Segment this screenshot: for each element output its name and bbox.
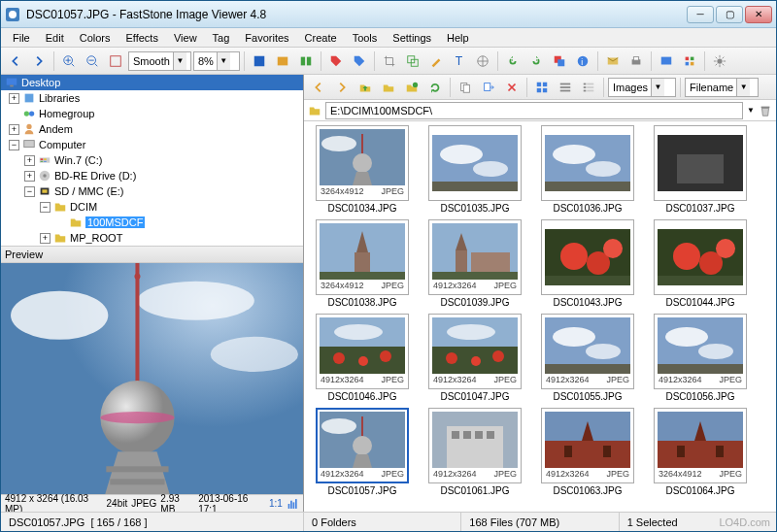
browse-back-button[interactable]	[308, 77, 329, 98]
thumbnail-item[interactable]: 4912x3264JPEGDSC01057.JPG	[314, 408, 411, 496]
compare-button[interactable]	[295, 50, 317, 72]
delete-button[interactable]	[501, 77, 523, 98]
histogram-icon[interactable]	[287, 497, 299, 511]
thumbnail-item[interactable]: 4912x3264JPEGDSC01055.JPG	[539, 314, 636, 402]
settings-button[interactable]	[709, 50, 730, 72]
address-dropdown[interactable]: ▼	[747, 106, 755, 115]
move-button[interactable]	[478, 77, 499, 98]
folder-open-button[interactable]	[378, 77, 399, 98]
thumbnail-item[interactable]: 4912x3264JPEGDSC01039.JPG	[426, 219, 524, 308]
tagged-button[interactable]	[349, 50, 370, 72]
fullscreen-button[interactable]	[249, 50, 270, 72]
menu-colors[interactable]: Colors	[72, 30, 118, 46]
expand-icon[interactable]: +	[9, 124, 19, 135]
address-input[interactable]: E:\DCIM\100MSDCF\	[325, 102, 743, 119]
expand-icon[interactable]: +	[24, 155, 35, 166]
rotate-right-button[interactable]	[525, 50, 547, 72]
crop-button[interactable]	[379, 50, 400, 72]
tree-user[interactable]: +Andem	[1, 121, 303, 137]
tree-dcim[interactable]: −DCIM	[1, 199, 303, 215]
menu-effects[interactable]: Effects	[118, 30, 166, 46]
new-folder-button[interactable]	[401, 77, 422, 98]
tree-mproot[interactable]: +MP_ROOT	[1, 230, 303, 246]
view-details-button[interactable]	[578, 77, 599, 98]
thumbnail-item[interactable]: DSC01036.JPG	[539, 125, 636, 214]
tree-drive-d[interactable]: +BD-RE Drive (D:)	[1, 168, 303, 183]
tree-libraries[interactable]: +Libraries	[1, 90, 303, 106]
thumbnail-item[interactable]: 3264x4912JPEGDSC01034.JPG	[314, 125, 411, 214]
expand-icon[interactable]: +	[40, 233, 51, 244]
tree-homegroup[interactable]: Homegroup	[1, 106, 303, 121]
thumbnail-item[interactable]: 4912x3264JPEGDSC01061.JPG	[426, 408, 524, 496]
draw-button[interactable]	[425, 50, 447, 72]
copy-button[interactable]	[455, 77, 476, 98]
text-button[interactable]: T	[449, 50, 470, 72]
browse-forward-button[interactable]	[331, 77, 353, 98]
thumbnail-item[interactable]: 3264x4912JPEGDSC01038.JPG	[314, 219, 411, 308]
menu-view[interactable]: View	[166, 30, 205, 46]
expand-icon[interactable]: +	[9, 93, 19, 104]
minimize-button[interactable]: ─	[687, 6, 714, 23]
zoom-out-button[interactable]	[82, 50, 103, 72]
svg-rect-83	[432, 182, 518, 191]
menu-tag[interactable]: Tag	[205, 30, 238, 46]
adjust-button[interactable]	[472, 50, 493, 72]
thumbnail-item[interactable]: DSC01044.JPG	[652, 219, 749, 308]
thumbnail-item[interactable]: DSC01043.JPG	[539, 219, 636, 308]
wallpaper-button[interactable]	[656, 50, 677, 72]
zoom-value-combo[interactable]: 8%▼	[193, 51, 240, 71]
zoom-mode-combo[interactable]: Smooth▼	[128, 51, 191, 71]
folder-tree[interactable]: Desktop +Libraries Homegroup +Andem −Com…	[1, 75, 303, 246]
thumbnail-item[interactable]: 3264x4912JPEGDSC01064.JPG	[652, 408, 749, 496]
maximize-button[interactable]: ▢	[716, 6, 743, 23]
clone-button[interactable]	[549, 50, 570, 72]
tree-computer[interactable]: −Computer	[1, 137, 303, 152]
trash-icon[interactable]	[759, 104, 772, 117]
tree-drive-e[interactable]: −SD / MMC (E:)	[1, 183, 303, 199]
thumbnail-item[interactable]: 4912x3264JPEGDSC01063.JPG	[539, 408, 636, 496]
thumbnail-item[interactable]: 4912x3264JPEGDSC01047.JPG	[426, 314, 524, 402]
menu-settings[interactable]: Settings	[385, 30, 439, 46]
thumbnail-item[interactable]: DSC01037.JPG	[652, 125, 749, 214]
zoom-fit-button[interactable]	[105, 50, 126, 72]
sort-combo[interactable]: Filename▼	[685, 78, 759, 97]
tag-button[interactable]	[325, 50, 347, 72]
tree-100msdcf[interactable]: 100MSDCF	[1, 215, 303, 230]
menu-edit[interactable]: Edit	[38, 30, 72, 46]
preview-pane[interactable]	[1, 263, 303, 494]
collapse-icon[interactable]: −	[24, 186, 35, 197]
refresh-button[interactable]	[424, 77, 446, 98]
view-thumbs-button[interactable]	[531, 77, 553, 98]
menu-create[interactable]: Create	[297, 30, 345, 46]
tree-desktop[interactable]: Desktop	[1, 75, 303, 90]
thumbnail-item[interactable]: 4912x3264JPEGDSC01056.JPG	[652, 314, 749, 402]
close-button[interactable]: ✕	[745, 6, 772, 23]
print-button[interactable]	[625, 50, 647, 72]
menu-favorites[interactable]: Favorites	[237, 30, 296, 46]
menu-file[interactable]: File	[5, 30, 38, 46]
batch-button[interactable]	[679, 50, 700, 72]
expand-icon[interactable]: +	[24, 171, 35, 182]
menu-help[interactable]: Help	[439, 30, 477, 46]
thumbnail-grid[interactable]: 3264x4912JPEGDSC01034.JPGDSC01035.JPGDSC…	[304, 121, 776, 512]
thumbnail-frame: 4912x3264JPEG	[428, 408, 522, 483]
svg-point-85	[553, 145, 595, 164]
resize-button[interactable]	[402, 50, 423, 72]
tree-drive-c[interactable]: +Win.7 (C:)	[1, 152, 303, 168]
filter-combo[interactable]: Images▼	[608, 78, 676, 97]
thumbnail-item[interactable]: DSC01035.JPG	[426, 125, 524, 214]
rotate-left-button[interactable]	[502, 50, 524, 72]
view-list-button[interactable]	[555, 77, 576, 98]
info-ratio[interactable]: 1:1	[269, 498, 283, 509]
info-button[interactable]: i	[572, 50, 593, 72]
zoom-in-button[interactable]	[58, 50, 80, 72]
slideshow-button[interactable]	[272, 50, 293, 72]
folder-up-button[interactable]	[355, 77, 376, 98]
email-button[interactable]	[602, 50, 624, 72]
collapse-icon[interactable]: −	[9, 140, 19, 150]
menu-tools[interactable]: Tools	[345, 30, 386, 46]
thumbnail-item[interactable]: 4912x3264JPEGDSC01046.JPG	[314, 314, 411, 402]
nav-back-button[interactable]	[5, 50, 26, 72]
nav-forward-button[interactable]	[28, 50, 50, 72]
collapse-icon[interactable]: −	[40, 202, 51, 213]
